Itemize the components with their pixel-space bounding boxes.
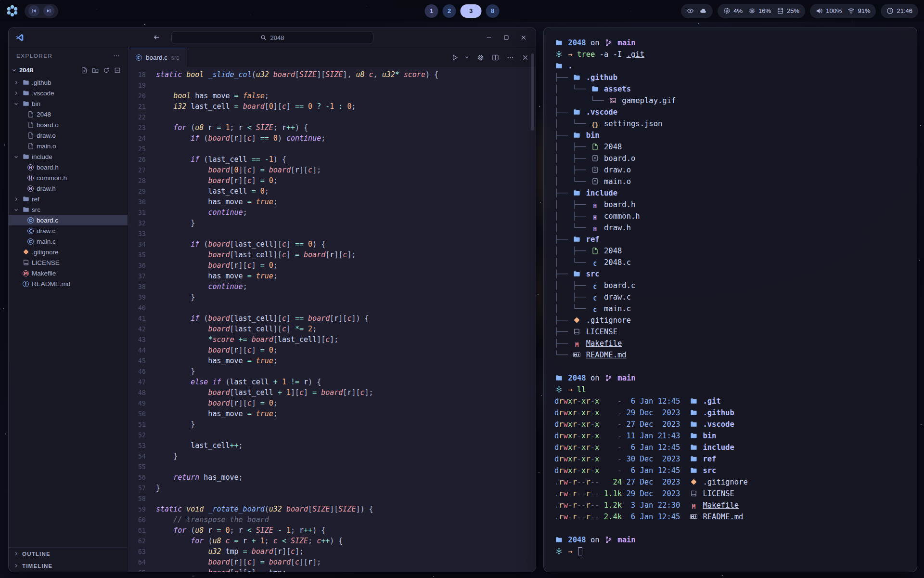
workspace-button-2[interactable]: 2 (443, 4, 456, 18)
terminal-text: r (586, 408, 590, 417)
workspace-button-8[interactable]: 8 (486, 4, 500, 18)
explorer-item-board.h[interactable]: Hboard.h (9, 162, 128, 172)
code-editor[interactable]: 18static bool _slide_col(u32 board[SIZE]… (128, 67, 536, 572)
explorer-item-common.h[interactable]: Hcommon.h (9, 172, 128, 183)
collapse-folders-button[interactable] (114, 67, 121, 74)
explorer-more-button[interactable] (113, 53, 120, 59)
explorer-item-board.c[interactable]: Cboard.c (9, 215, 128, 225)
terminal-text: main (613, 39, 636, 47)
terminal-text: x (581, 432, 586, 440)
distro-logo-icon[interactable] (6, 4, 19, 17)
timeline-panel-header[interactable]: TIMELINE (9, 560, 128, 572)
eye-stat[interactable] (687, 7, 694, 14)
file-tree: .github.vscodebin2048board.odraw.omain.o… (9, 76, 128, 547)
chip-stat[interactable]: 16% (748, 7, 771, 14)
explorer-item-Makefile[interactable]: MMakefile (9, 268, 128, 278)
editor-titlebar[interactable]: 2048 (9, 27, 536, 48)
terminal-text: - (590, 466, 595, 475)
terminal-text: w (564, 489, 568, 498)
terminal-output[interactable]: 2048 on main → tree -a -I .git .├── .git… (544, 27, 917, 572)
explorer-item-main.c[interactable]: Cmain.c (9, 236, 128, 247)
clock-widget[interactable]: 21:46 (881, 4, 918, 18)
explorer-item-src[interactable]: src (9, 204, 128, 215)
workspace-switcher: 1238 (425, 4, 500, 18)
workspace-button-3[interactable]: 3 (461, 4, 482, 18)
file-label: .gitignore (32, 249, 59, 256)
terminal-output-line: │ └── C 2048.c (554, 257, 906, 268)
terminal-output-line: │ ├── draw.o (554, 164, 906, 176)
line-number: 48 (128, 387, 156, 398)
explorer-item-2048[interactable]: 2048 (9, 109, 128, 119)
terminal-text: . (554, 501, 559, 510)
explorer-item-draw.o[interactable]: draw.o (9, 130, 128, 141)
code-text: board[r][c] = board[c][r]; (156, 557, 321, 567)
gear-stat[interactable]: 4% (723, 7, 743, 14)
letter-c-icon: C (590, 306, 600, 314)
explorer-item-LICENSE[interactable]: LICENSE (9, 257, 128, 268)
terminal-text: │ └── (554, 304, 590, 313)
terminal-text: Makefile (703, 501, 739, 510)
terminal-text: - (577, 397, 581, 406)
close-editor-button[interactable] (522, 54, 529, 61)
terminal-text: - (590, 512, 595, 521)
split-editor-button[interactable] (492, 54, 499, 61)
run-dropdown-icon[interactable] (466, 55, 469, 60)
terminal-text: 2048 (564, 374, 586, 382)
line-number: 56 (128, 472, 156, 483)
cloud-icon (700, 7, 707, 14)
terminal-text (564, 50, 568, 59)
file-label: board.o (37, 121, 59, 129)
terminal-text: on (586, 374, 604, 382)
project-section-header[interactable]: 2048 (9, 64, 128, 76)
outline-panel-header[interactable]: OUTLINE (9, 548, 128, 560)
explorer-item-draw.c[interactable]: Cdraw.c (9, 225, 128, 236)
command-center-search[interactable]: 2048 (171, 31, 373, 44)
explorer-item-README.md[interactable]: iREADME.md (9, 278, 128, 289)
tab-board.c[interactable]: C board.c src (128, 48, 187, 67)
terminal-text: w (564, 478, 568, 486)
explorer-item-.github[interactable]: .github (9, 77, 128, 88)
topbar: 1238 4%16%25% 100%91% 21:46 (0, 0, 924, 22)
chip-value: 16% (758, 7, 771, 14)
binary-icon (590, 166, 600, 173)
file-label: Makefile (32, 270, 56, 277)
maximize-button[interactable] (503, 34, 510, 41)
terminal-text: - (577, 466, 581, 475)
terminal-output-line: drwxr-xr-x - 6 Jan 12:45 .git (554, 395, 906, 407)
cylinder-stat[interactable]: 25% (777, 7, 799, 14)
terminal-text: - (568, 478, 572, 486)
terminal-text (573, 547, 577, 556)
terminal-text (680, 512, 689, 521)
terminal-text: r (559, 489, 563, 498)
explorer-item-bin[interactable]: bin (9, 98, 128, 109)
explorer-item-ref[interactable]: ref (9, 194, 128, 204)
editor-scrollbar[interactable] (531, 53, 534, 131)
minimize-button[interactable] (486, 34, 492, 41)
new-folder-button[interactable] (92, 67, 99, 74)
explorer-item-include[interactable]: include (9, 151, 128, 162)
gear-value: 4% (733, 7, 743, 14)
new-file-button[interactable] (81, 67, 88, 74)
wifi-stat[interactable]: 91% (847, 7, 870, 14)
media-next-button[interactable] (43, 5, 54, 16)
speaker-stat[interactable]: 100% (816, 7, 842, 14)
file-label: LICENSE (32, 259, 60, 266)
weather-widget (681, 4, 713, 18)
terminal-text: r (572, 455, 577, 463)
code-line-57: 57} (128, 483, 536, 493)
workspace-button-1[interactable]: 1 (425, 4, 438, 18)
navigate-back-button[interactable] (153, 34, 160, 41)
explorer-item-main.o[interactable]: main.o (9, 141, 128, 151)
explorer-item-draw.h[interactable]: Hdraw.h (9, 183, 128, 194)
media-previous-button[interactable] (28, 5, 39, 16)
run-button[interactable] (451, 54, 459, 61)
explorer-item-.gitignore[interactable]: .gitignore (9, 247, 128, 257)
cloud-stat[interactable] (700, 7, 707, 14)
more-actions-button[interactable] (507, 54, 514, 61)
folder-icon (21, 79, 30, 86)
refresh-explorer-button[interactable] (103, 67, 110, 74)
settings-gear-icon[interactable] (477, 54, 484, 61)
close-button[interactable] (520, 34, 527, 41)
explorer-item-.vscode[interactable]: .vscode (9, 88, 128, 98)
explorer-item-board.o[interactable]: board.o (9, 119, 128, 130)
